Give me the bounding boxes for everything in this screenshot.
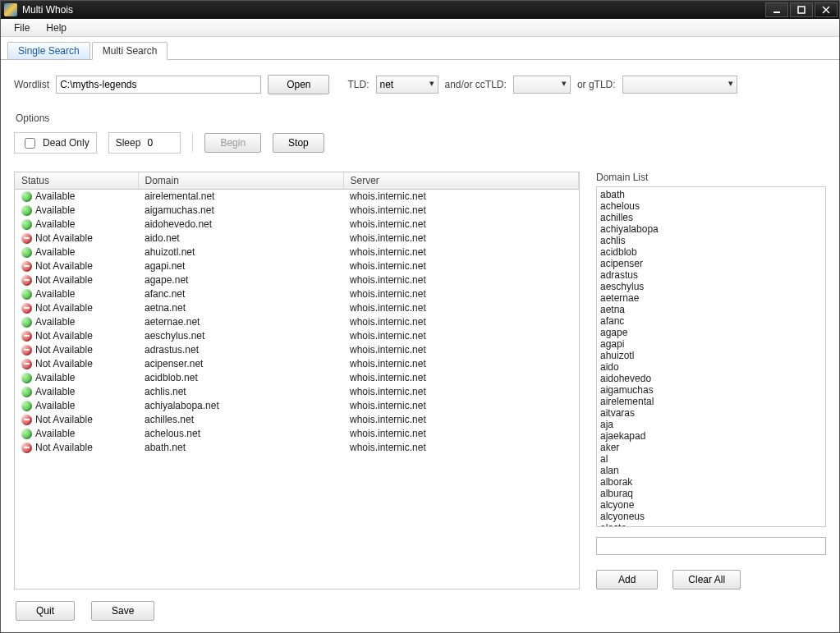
col-domain[interactable]: Domain [138,172,343,190]
maximize-button[interactable] [790,2,813,17]
domain-cell: airelemental.net [138,190,343,204]
table-row[interactable]: Availableahuizotl.netwhois.internic.net [15,245,579,259]
table-row[interactable]: Availableaeternae.netwhois.internic.net [15,315,579,329]
results-table: Status Domain Server Availableairelement… [15,172,579,455]
status-available-icon [21,317,32,328]
status-available-icon [21,387,32,397]
wordlist-label: Wordlist [14,79,49,90]
table-row[interactable]: Availableaigamuchas.netwhois.internic.ne… [15,204,579,218]
list-item[interactable]: agapi [600,338,822,350]
menu-help[interactable]: Help [38,21,75,35]
options-heading: Options [16,112,826,124]
app-icon [4,3,17,16]
cctld-select[interactable] [513,76,571,94]
list-item[interactable]: aidohevedo [600,373,822,384]
list-item[interactable]: aido [600,361,822,373]
list-item[interactable]: achilles [600,212,822,223]
list-item[interactable]: alan [600,465,822,476]
col-server[interactable]: Server [343,172,579,190]
list-item[interactable]: agape [600,327,822,338]
list-item[interactable]: aker [600,442,822,453]
list-item[interactable]: aitvaras [600,407,822,419]
list-item[interactable]: acipenser [600,258,822,269]
menu-file[interactable]: File [6,21,38,35]
list-item[interactable]: alcyoneus [600,511,822,522]
table-row[interactable]: Not Availableachilles.netwhois.internic.… [15,413,579,427]
add-domain-input[interactable] [596,537,826,555]
table-row[interactable]: Not Availableaido.netwhois.internic.net [15,232,579,245]
list-item[interactable]: ajaekapad [600,430,822,442]
table-row[interactable]: Availableachelous.netwhois.internic.net [15,427,579,441]
domain-cell: achelous.net [138,427,343,441]
table-row[interactable]: Not Availableagapi.netwhois.internic.net [15,259,579,273]
server-cell: whois.internic.net [343,301,579,315]
list-item[interactable]: alecto [600,522,822,527]
status-label: Not Available [35,302,93,314]
list-item[interactable]: aeschylus [600,281,822,292]
server-cell: whois.internic.net [343,385,579,399]
add-button[interactable]: Add [596,570,658,589]
table-row[interactable]: Not Availableadrastus.netwhois.internic.… [15,343,579,357]
results-table-wrap[interactable]: Status Domain Server Availableairelement… [14,172,580,589]
domain-cell: aetna.net [138,301,343,315]
gtld-select[interactable] [622,76,737,94]
table-row[interactable]: Not Availableagape.netwhois.internic.net [15,273,579,287]
status-available-icon [21,191,32,202]
stop-button[interactable]: Stop [273,133,324,153]
list-item[interactable]: acidblob [600,246,822,258]
table-row[interactable]: Availableafanc.netwhois.internic.net [15,287,579,301]
close-button[interactable] [815,2,838,17]
table-row[interactable]: Availableachiyalabopa.netwhois.internic.… [15,399,579,413]
domain-cell: acipenser.net [138,357,343,371]
table-row[interactable]: Not Availableaetna.netwhois.internic.net [15,301,579,315]
table-row[interactable]: Not Availableabath.netwhois.internic.net [15,441,579,455]
menubar: File Help [1,19,839,37]
begin-button[interactable]: Begin [204,133,261,153]
content-area: Wordlist Open TLD: and/or ccTLD: or gTLD… [1,60,839,632]
domain-list[interactable]: abathachelousachillesachiyalabopaachlisa… [596,186,826,527]
save-button[interactable]: Save [91,601,154,621]
table-row[interactable]: Not Availableacipenser.netwhois.internic… [15,357,579,371]
list-item[interactable]: al [600,453,822,465]
server-cell: whois.internic.net [343,315,579,329]
tab-single-search[interactable]: Single Search [7,42,90,59]
sleep-label: Sleep [116,137,141,149]
list-item[interactable]: airelemental [600,396,822,407]
close-icon [822,6,830,14]
tld-select[interactable] [376,76,438,94]
server-cell: whois.internic.net [343,204,579,218]
open-button[interactable]: Open [268,75,329,94]
dead-only-checkbox[interactable] [25,138,35,149]
table-row[interactable]: Availableachlis.netwhois.internic.net [15,385,579,399]
server-cell: whois.internic.net [343,273,579,287]
list-item[interactable]: ahuizotl [600,350,822,361]
tab-multi-search[interactable]: Multi Search [92,42,168,60]
col-status[interactable]: Status [15,172,138,190]
list-item[interactable]: aeternae [600,292,822,304]
quit-button[interactable]: Quit [16,601,75,621]
list-item[interactable]: aigamuchas [600,384,822,396]
list-item[interactable]: afanc [600,315,822,327]
list-item[interactable]: aetna [600,304,822,315]
clearall-button[interactable]: Clear All [672,570,741,589]
list-item[interactable]: aja [600,419,822,430]
table-row[interactable]: Not Availableaeschylus.netwhois.internic… [15,329,579,343]
wordlist-input[interactable] [56,76,261,94]
domain-cell: adrastus.net [138,343,343,357]
list-item[interactable]: alborak [600,476,822,488]
list-item[interactable]: achlis [600,235,822,246]
list-item[interactable]: alcyone [600,499,822,511]
table-row[interactable]: Availableacidblob.netwhois.internic.net [15,371,579,385]
app-window: Multi Whois File Help Single Search Mult… [0,0,840,633]
list-item[interactable]: alburaq [600,488,822,499]
list-item[interactable]: achiyalabopa [600,223,822,235]
sleep-input[interactable] [145,136,173,149]
list-item[interactable]: achelous [600,200,822,212]
table-row[interactable]: Availableairelemental.netwhois.internic.… [15,190,579,204]
domain-cell: achlis.net [138,385,343,399]
list-item[interactable]: abath [600,189,822,200]
table-row[interactable]: Availableaidohevedo.netwhois.internic.ne… [15,218,579,232]
server-cell: whois.internic.net [343,427,579,441]
list-item[interactable]: adrastus [600,269,822,281]
minimize-button[interactable] [765,2,788,17]
